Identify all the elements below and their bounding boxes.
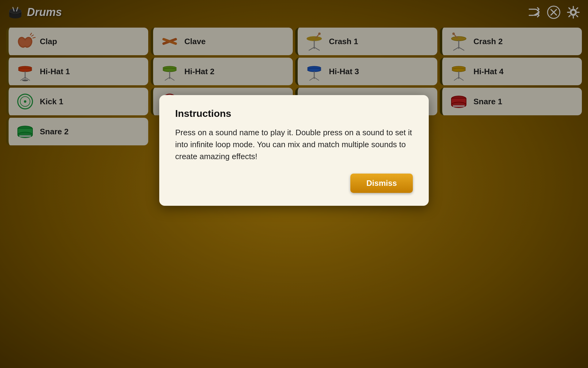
instructions-dialog: Instructions Press on a sound name to pl… [159,95,429,206]
modal-overlay: Instructions Press on a sound name to pl… [0,0,588,368]
dialog-title: Instructions [175,108,413,119]
dismiss-button[interactable]: Dismiss [350,174,413,193]
dialog-body: Press on a sound name to play it. Double… [175,127,413,163]
dialog-footer: Dismiss [175,174,413,193]
